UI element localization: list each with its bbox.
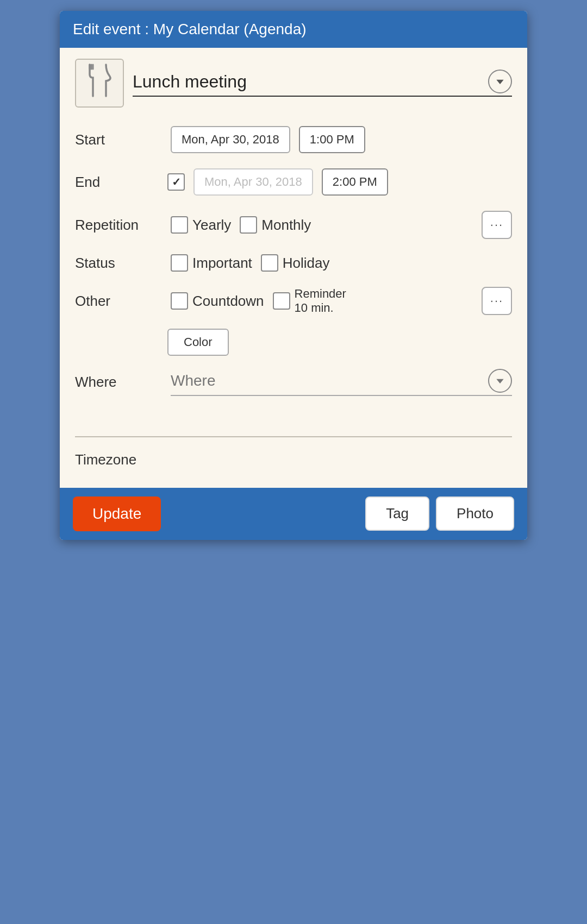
important-option: Important <box>171 254 252 272</box>
status-row: Status Important Holiday <box>75 247 512 279</box>
repetition-label: Repetition <box>75 217 162 234</box>
status-label: Status <box>75 255 162 272</box>
monthly-option: Monthly <box>240 216 311 234</box>
svg-marker-0 <box>496 80 503 84</box>
event-icon-box[interactable] <box>75 59 124 108</box>
other-row: Other Countdown Reminder 10 min. ··· <box>75 279 512 323</box>
reminder-checkbox[interactable] <box>273 292 290 310</box>
holiday-checkbox[interactable] <box>261 254 278 272</box>
important-label: Important <box>192 255 252 272</box>
monthly-checkbox[interactable] <box>240 216 257 234</box>
end-label: End <box>75 174 162 191</box>
end-time-button[interactable]: 2:00 PM <box>322 168 388 196</box>
reminder-label: Reminder 10 min. <box>295 287 346 316</box>
where-dropdown-button[interactable] <box>488 369 512 393</box>
spacer <box>75 404 512 425</box>
repetition-more-button[interactable]: ··· <box>482 211 512 239</box>
timezone-row: Timezone <box>75 443 512 477</box>
food-icon <box>85 64 114 103</box>
update-button[interactable]: Update <box>73 496 161 531</box>
yearly-option: Yearly <box>171 216 231 234</box>
repetition-row: Repetition Yearly Monthly ··· <box>75 203 512 247</box>
where-label: Where <box>75 374 162 391</box>
where-input-wrapper <box>171 369 512 396</box>
svg-marker-1 <box>496 379 503 383</box>
color-row: Color <box>75 323 512 361</box>
dialog-title: Edit event : My Calendar (Agenda) <box>73 21 307 37</box>
start-label: Start <box>75 131 162 148</box>
title-dropdown-button[interactable] <box>488 70 512 93</box>
start-time-button[interactable]: 1:00 PM <box>299 126 365 153</box>
start-row: Start Mon, Apr 30, 2018 1:00 PM <box>75 118 512 161</box>
dialog-footer: Update Tag Photo <box>60 488 527 540</box>
dialog-body: Start Mon, Apr 30, 2018 1:00 PM End Mon,… <box>60 48 527 488</box>
color-button[interactable]: Color <box>167 329 229 356</box>
divider <box>75 436 512 437</box>
monthly-label: Monthly <box>261 217 311 234</box>
event-title-row <box>75 59 512 108</box>
where-input[interactable] <box>171 372 488 389</box>
photo-button[interactable]: Photo <box>436 496 514 531</box>
end-same-day-checkbox[interactable] <box>167 173 185 191</box>
holiday-label: Holiday <box>283 255 330 272</box>
event-title-input[interactable] <box>133 72 488 92</box>
countdown-label: Countdown <box>192 293 264 310</box>
tag-button[interactable]: Tag <box>365 496 429 531</box>
countdown-checkbox[interactable] <box>171 292 188 310</box>
edit-event-dialog: Edit event : My Calendar (Agenda) <box>60 11 527 540</box>
yearly-checkbox[interactable] <box>171 216 188 234</box>
end-date-button[interactable]: Mon, Apr 30, 2018 <box>193 168 313 196</box>
other-more-button[interactable]: ··· <box>482 287 512 315</box>
holiday-option: Holiday <box>261 254 330 272</box>
yearly-label: Yearly <box>192 217 231 234</box>
title-input-wrapper <box>133 70 512 97</box>
where-row: Where <box>75 361 512 404</box>
start-date-button[interactable]: Mon, Apr 30, 2018 <box>171 126 290 153</box>
end-row: End Mon, Apr 30, 2018 2:00 PM <box>75 161 512 203</box>
timezone-label: Timezone <box>75 451 136 468</box>
end-label-group: End <box>75 173 185 191</box>
important-checkbox[interactable] <box>171 254 188 272</box>
countdown-option: Countdown <box>171 292 264 310</box>
other-label: Other <box>75 293 162 310</box>
reminder-option: Reminder 10 min. <box>273 287 346 316</box>
dialog-header: Edit event : My Calendar (Agenda) <box>60 11 527 48</box>
